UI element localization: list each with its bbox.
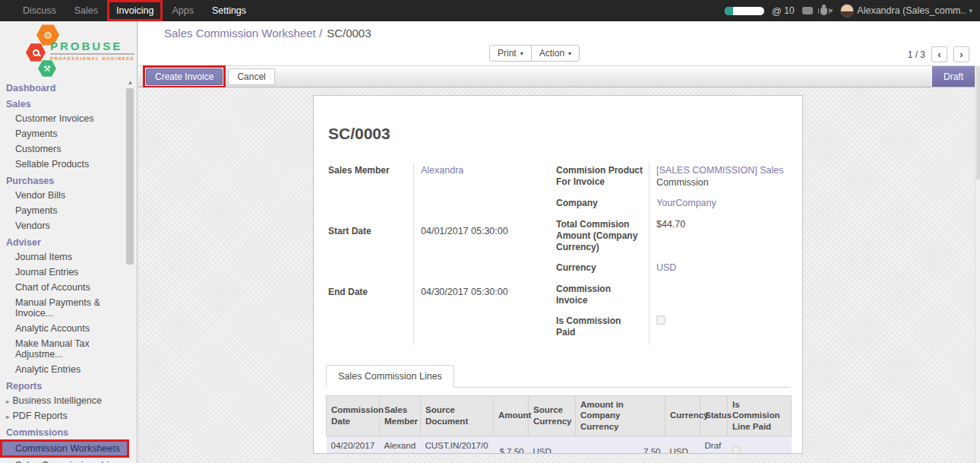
field-label-total-commission: Total Commision Amount (Company Currency…: [556, 217, 649, 260]
company-link[interactable]: YourCompany: [656, 198, 716, 208]
commission-product-rest: Commission: [656, 177, 709, 188]
activity-progress-pill: [725, 7, 764, 15]
sales-member-link[interactable]: Alexandra: [421, 165, 463, 176]
currency-link[interactable]: USD: [656, 262, 676, 273]
commission-product-link[interactable]: [SALES COMMISSION] Sales: [656, 165, 783, 176]
sidebar-section-sales[interactable]: Sales: [0, 95, 137, 111]
user-name-label: Alexandra (Sales_comm..: [857, 5, 966, 16]
logo-magnifier-hexagon: [26, 43, 46, 62]
col-commission-date: Commission Date: [327, 395, 380, 436]
form-view-background: SC/0003 Sales Member Alexandra Start Dat…: [138, 87, 980, 463]
sidebar-item-payments[interactable]: Payments: [0, 126, 137, 141]
col-source-currency: Source Currency: [529, 395, 576, 436]
sidebar-scrollbar[interactable]: ▲: [126, 79, 134, 463]
form-statusbar: Create Invoice Cancel Draft: [138, 65, 975, 87]
menu-sales[interactable]: Sales: [65, 0, 107, 21]
sidebar-section-commissions[interactable]: Commissions: [0, 423, 137, 439]
sidebar-item-journal-items[interactable]: Journal Items: [0, 249, 137, 265]
sidebar-item-vendors[interactable]: Vendors: [0, 218, 137, 233]
sidebar-section-reports[interactable]: Reports: [0, 377, 137, 393]
field-label-is-commission-paid: Is Commission Paid: [556, 313, 649, 345]
sidebar-item-commission-worksheets[interactable]: Commission Worksheets: [0, 439, 129, 458]
expand-arrow-icon: ▸: [6, 413, 10, 420]
record-title: SC/0003: [328, 125, 790, 143]
cell-amount: $ 7.50: [494, 436, 529, 454]
cell-doc: CUST.IN/2017/0001: [421, 436, 494, 454]
cell-date: 04/20/2017 05:30:00: [327, 436, 380, 454]
chevron-down-icon: ▾: [830, 7, 833, 14]
table-header-row: Commission Date Sales Member Source Docu…: [327, 395, 792, 436]
cell-member: Alexandra: [380, 436, 421, 454]
action-button[interactable]: Action ▾: [531, 45, 580, 62]
status-badge-draft: Draft: [932, 66, 975, 87]
logo-title: PROBUSE: [50, 40, 134, 55]
cancel-button[interactable]: Cancel: [228, 68, 274, 85]
print-button[interactable]: Print ▾: [489, 45, 532, 62]
sidebar: ⚙ ⚒ PROBUSE PROFESSIONAL BUSINESS Dashbo…: [0, 21, 138, 463]
mention-counter[interactable]: @ 10: [772, 5, 795, 17]
scroll-up-icon[interactable]: ▲: [126, 79, 134, 86]
sidebar-menu: Dashboard Sales Customer Invoices Paymen…: [0, 78, 137, 463]
field-label-sales-member: Sales Member: [328, 163, 413, 224]
sidebar-item-customers[interactable]: Customers: [0, 141, 137, 157]
page-scrollbar[interactable]: [975, 65, 980, 463]
menu-settings[interactable]: Settings: [203, 0, 255, 21]
field-label-currency: Currency: [556, 260, 649, 281]
commission-invoice-value: [649, 281, 788, 313]
create-invoice-button[interactable]: Create Invoice: [146, 68, 223, 85]
chevron-down-icon: ▾: [568, 50, 571, 57]
sidebar-section-adviser[interactable]: Adviser: [0, 233, 137, 249]
commission-lines-table: Commission Date Sales Member Source Docu…: [326, 395, 792, 455]
sidebar-item-journal-entries[interactable]: Journal Entries: [0, 265, 137, 280]
tab-sales-commission-lines[interactable]: Sales Commission Lines: [326, 365, 454, 388]
chat-bubble-icon[interactable]: [802, 7, 813, 14]
sidebar-item-dashboard[interactable]: Dashboard: [0, 79, 137, 95]
chevron-down-icon: ▾: [969, 7, 972, 14]
sidebar-item-customer-invoices[interactable]: Customer Invoices: [0, 111, 137, 126]
highlight-box: Create Invoice: [143, 65, 226, 88]
scrollbar-thumb[interactable]: [126, 88, 134, 265]
cell-paid: [728, 436, 792, 454]
scrollbar-thumb[interactable]: [976, 66, 980, 180]
total-commission-value: $44.70: [649, 217, 788, 260]
sidebar-item-analytic-entries[interactable]: Analytic Entries: [0, 362, 137, 377]
sidebar-item-chart-of-accounts[interactable]: Chart of Accounts: [0, 280, 137, 295]
sidebar-item-sellable-products[interactable]: Sellable Products: [0, 157, 137, 172]
start-date-value: 04/01/2017 05:30:00: [413, 224, 547, 284]
pager-next-button[interactable]: ›: [953, 46, 969, 62]
user-menu[interactable]: Alexandra (Sales_comm.. ▾: [840, 4, 972, 17]
menu-discuss[interactable]: Discuss: [14, 0, 65, 21]
end-date-value: 04/30/2017 05:30:00: [413, 284, 547, 345]
sidebar-item-sales-commissions-lines[interactable]: Sales Commissions Lines: [0, 458, 137, 463]
sidebar-item-vendor-bills[interactable]: Vendor Bills: [0, 188, 137, 203]
col-currency: Currency: [665, 395, 700, 436]
sidebar-item-tax-adjustments[interactable]: Make Manual Tax Adjustme...: [0, 336, 137, 362]
sidebar-item-payments-purchase[interactable]: Payments: [0, 203, 137, 218]
sidebar-item-business-intelligence[interactable]: ▸Business Intelligence: [0, 393, 137, 408]
sidebar-item-manual-payments[interactable]: Manual Payments & Invoice...: [0, 295, 137, 321]
logo-subtitle: PROFESSIONAL BUSINESS: [50, 56, 134, 61]
is-commission-paid-checkbox[interactable]: [656, 316, 665, 325]
notebook-tabs: Sales Commission Lines: [326, 365, 790, 388]
chevron-down-icon: ▾: [520, 50, 523, 57]
table-row[interactable]: 04/20/2017 05:30:00 Alexandra CUST.IN/20…: [327, 436, 792, 454]
field-label-commission-invoice: Commission Invoice: [556, 281, 649, 313]
toolbar: Print ▾ Action ▾ 1 / 3 ‹ ›: [138, 44, 980, 65]
field-label-end-date: End Date: [328, 284, 413, 345]
expand-arrow-icon: ▸: [6, 398, 10, 405]
menu-invoicing[interactable]: Invoicing: [107, 0, 163, 21]
debug-menu[interactable]: ▾: [820, 7, 833, 15]
mention-count: 10: [784, 5, 795, 16]
breadcrumb: Sales Commission Worksheet / SC/0003: [138, 21, 980, 44]
logo-tools-hexagon: ⚒: [38, 59, 56, 78]
form-sheet: SC/0003 Sales Member Alexandra Start Dat…: [313, 95, 803, 454]
menu-apps[interactable]: Apps: [163, 0, 203, 21]
line-paid-checkbox[interactable]: [732, 446, 741, 454]
col-sales-member: Sales Member: [380, 395, 421, 436]
sidebar-item-pdf-reports[interactable]: ▸PDF Reports: [0, 408, 137, 423]
pager-previous-button[interactable]: ‹: [931, 46, 947, 62]
breadcrumb-parent-link[interactable]: Sales Commission Worksheet /: [164, 27, 322, 40]
cell-status: Draft: [700, 436, 728, 454]
sidebar-item-analytic-accounts[interactable]: Analytic Accounts: [0, 321, 137, 336]
sidebar-section-purchases[interactable]: Purchases: [0, 172, 137, 188]
